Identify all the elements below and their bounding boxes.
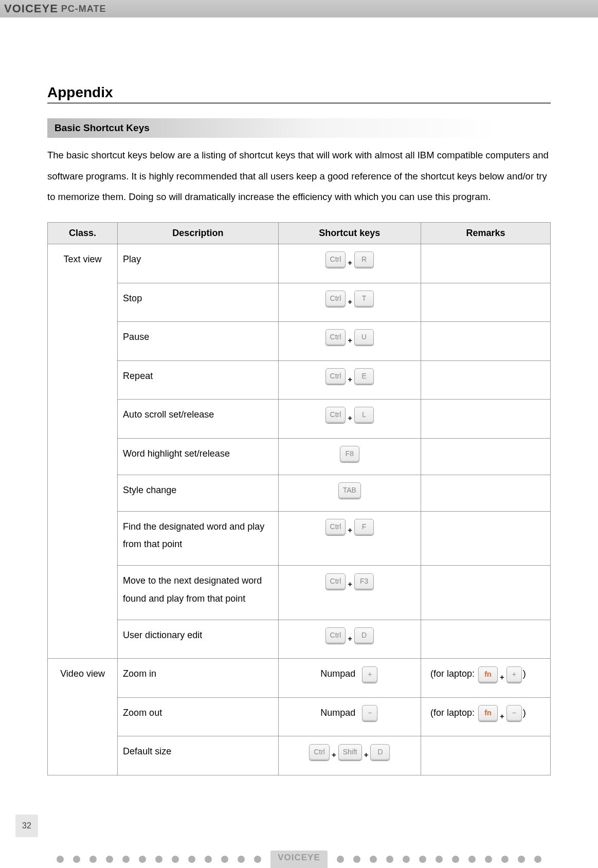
f-key: F	[354, 519, 374, 535]
footer-dot	[73, 856, 80, 863]
footer-dot	[468, 856, 476, 863]
shortcut-cell: Ctrl+L	[278, 400, 421, 439]
footer-dot	[238, 856, 245, 863]
remarks-cell	[421, 400, 550, 439]
ctrl-key: Ctrl	[325, 368, 346, 385]
th-class: Class.	[48, 223, 118, 244]
ctrl-key: Ctrl	[325, 329, 346, 346]
plus-separator: +	[348, 634, 352, 643]
e-key: E	[354, 368, 374, 385]
ctrl-key: Ctrl	[309, 744, 330, 761]
footer-dot	[337, 856, 344, 863]
desc-cell: Stop	[118, 283, 279, 322]
footer-dot	[485, 856, 492, 863]
desc-cell: Play	[118, 244, 279, 283]
plus-separator: +	[348, 413, 352, 422]
footer-dot	[403, 856, 410, 863]
shortcut-cell: Ctrl+E	[278, 360, 421, 400]
plus-separator: +	[332, 750, 336, 759]
shortcut-cell: Ctrl+Shift+D	[278, 736, 421, 775]
table-row: Find the designated word and play from t…	[48, 512, 551, 566]
remarks-cell	[421, 360, 550, 400]
header-bar: VOICEYE PC-MATE	[0, 0, 598, 17]
plus-separator: +	[348, 336, 352, 345]
ctrl-key: Ctrl	[325, 627, 346, 644]
numpad-label: Numpad	[320, 668, 358, 679]
table-row: Style changeTAB	[48, 475, 551, 511]
ctrl-key: Ctrl	[325, 573, 346, 590]
remarks-cell: (for laptop: fn+)	[421, 659, 550, 698]
footer-dot	[386, 856, 393, 863]
ctrl-key: Ctrl	[325, 519, 346, 535]
desc-cell: Find the designated word and play from t…	[118, 512, 279, 566]
remarks-cell	[421, 512, 550, 566]
ctrl-key: Ctrl	[325, 407, 346, 423]
remarks-cell: (for laptop: fn+)	[421, 697, 550, 736]
table-row: Auto scroll set/releaseCtrl+L	[48, 400, 551, 439]
table-row: Word highlight set/releaseF8	[48, 438, 551, 475]
table-row: Default sizeCtrl+Shift+D	[48, 736, 551, 775]
section-header: Basic Shortcut Keys	[47, 118, 500, 138]
d-key: D	[354, 627, 374, 644]
page-number: 32	[15, 815, 38, 837]
minus-key-icon	[362, 705, 377, 721]
plus-separator: +	[500, 712, 504, 720]
content-area: Appendix Basic Shortcut Keys The basic s…	[0, 17, 598, 775]
shortcut-cell: Ctrl+T	[278, 283, 421, 322]
remarks-cell	[421, 475, 550, 511]
footer-dot	[353, 856, 360, 863]
plus-key-icon	[362, 666, 377, 683]
shortcuts-table: Class. Description Shortcut keys Remarks…	[47, 222, 551, 775]
plus-separator: +	[348, 375, 352, 384]
footer-dot	[57, 856, 64, 863]
remarks-cell	[421, 620, 550, 659]
footer-dot	[501, 856, 509, 863]
shortcut-cell: Numpad	[278, 697, 421, 736]
plus-separator: +	[348, 258, 352, 267]
u-key: U	[354, 329, 374, 346]
footer-dot	[155, 856, 162, 863]
footer-dot	[139, 856, 146, 863]
footer-dot	[452, 856, 459, 863]
shortcut-cell: F8	[278, 438, 421, 475]
footer-dot	[89, 856, 97, 863]
plus-separator: +	[348, 297, 352, 306]
desc-cell: Pause	[118, 322, 279, 361]
footer-dot	[188, 856, 195, 863]
desc-cell: Auto scroll set/release	[118, 400, 279, 439]
remarks-cell	[421, 322, 550, 361]
table-row: PauseCtrl+U	[48, 322, 551, 361]
table-header-row: Class. Description Shortcut keys Remarks	[48, 223, 551, 244]
desc-cell: User dictionary edit	[118, 620, 279, 659]
r-key: R	[354, 251, 374, 268]
f8-key: F8	[340, 446, 359, 462]
footer-dot	[419, 856, 426, 863]
f3-key: F3	[354, 573, 374, 590]
table-row: Move to the next designated word found a…	[48, 566, 551, 620]
footer-dot	[534, 856, 541, 863]
remarks-cell	[421, 438, 550, 475]
shortcut-cell: Ctrl+D	[278, 620, 421, 659]
footer-brand: VOICEYE	[270, 851, 328, 868]
shortcut-cell: Ctrl+U	[278, 322, 421, 361]
footer-dot	[172, 856, 179, 863]
desc-cell: Repeat	[118, 360, 279, 400]
table-row: Zoom outNumpad (for laptop: fn+)	[48, 697, 551, 736]
remarks-cell	[421, 566, 550, 620]
l-key: L	[354, 407, 374, 423]
table-row: Video viewZoom inNumpad (for laptop: fn+…	[48, 659, 551, 698]
shortcut-cell: Ctrl+F	[278, 512, 421, 566]
footer-dot	[518, 856, 525, 863]
footer-dot	[221, 856, 228, 863]
footer-dot	[370, 856, 377, 863]
footer-dot	[122, 856, 130, 863]
shift-key: Shift	[338, 744, 362, 761]
fn-key: fn	[478, 666, 498, 683]
table-row: RepeatCtrl+E	[48, 360, 551, 400]
shortcut-cell: Numpad	[278, 659, 421, 698]
remarks-cell	[421, 736, 550, 775]
numpad-label: Numpad	[320, 708, 358, 718]
remarks-cell	[421, 283, 550, 322]
footer-dot	[106, 856, 113, 863]
page-title: Appendix	[47, 84, 551, 104]
